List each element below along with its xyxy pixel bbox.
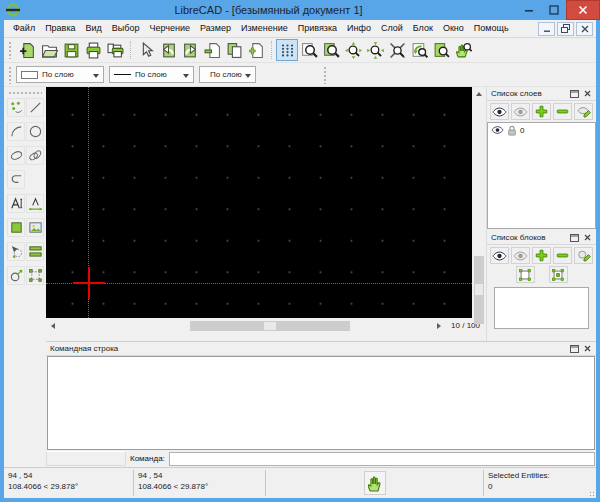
- pen-color-combo[interactable]: По слою: [16, 66, 104, 83]
- drawing-canvas[interactable]: [46, 87, 472, 318]
- image-tool-button[interactable]: [26, 218, 44, 237]
- dimension-tool-button[interactable]: [26, 194, 44, 213]
- menu-edit[interactable]: Правка: [40, 20, 80, 37]
- show-all-blocks-button[interactable]: [490, 247, 509, 264]
- toolbar-drag-handle[interactable]: [323, 66, 328, 84]
- toolbar-drag-handle[interactable]: [8, 66, 13, 84]
- zoom-in-button[interactable]: [342, 39, 364, 61]
- hide-all-layers-button[interactable]: [511, 103, 530, 120]
- resize-grip[interactable]: [588, 468, 596, 498]
- explode-tool-button[interactable]: [26, 266, 44, 285]
- spline-tool-button[interactable]: [26, 146, 44, 165]
- menu-draw[interactable]: Черчение: [144, 20, 195, 37]
- new-document-button[interactable]: [16, 39, 38, 61]
- vertical-scroll-thumb[interactable]: [474, 256, 484, 324]
- toolbar-drag-handle[interactable]: [8, 41, 13, 59]
- menu-dimension[interactable]: Размер: [195, 20, 236, 37]
- window-minimize-button[interactable]: [516, 0, 541, 20]
- cut-button[interactable]: [201, 39, 223, 61]
- remove-layer-button[interactable]: [553, 103, 572, 120]
- points-tool-button[interactable]: [7, 98, 25, 117]
- pen-linetype-combo[interactable]: По слою: [199, 66, 256, 83]
- block-list[interactable]: [494, 287, 589, 329]
- polyline-tool-button[interactable]: [7, 170, 25, 189]
- menu-help[interactable]: Помощь: [469, 20, 514, 37]
- horizontal-scroll-track[interactable]: [60, 319, 432, 333]
- titlebar[interactable]: LibreCAD - [безымянный документ 1]: [0, 0, 600, 20]
- command-dock-float-button[interactable]: [568, 343, 581, 354]
- zoom-pan-button[interactable]: [452, 39, 474, 61]
- menu-snap[interactable]: Привязка: [293, 20, 342, 37]
- zoom-page-button[interactable]: [430, 39, 452, 61]
- mdi-minimize-button[interactable]: [538, 22, 555, 36]
- edit-layer-button[interactable]: [574, 103, 593, 120]
- zoom-previous-button[interactable]: [408, 39, 430, 61]
- menu-select[interactable]: Выбор: [107, 20, 145, 37]
- line-tool-button[interactable]: [26, 98, 44, 117]
- command-dock-close-button[interactable]: [581, 343, 594, 354]
- menu-window[interactable]: Окно: [438, 20, 469, 37]
- undo-button[interactable]: [157, 39, 179, 61]
- redo-icon: [182, 42, 199, 59]
- layer-panel-close-button[interactable]: [581, 88, 594, 99]
- menu-info[interactable]: Инфо: [342, 20, 376, 37]
- block-panel-float-button[interactable]: [568, 232, 581, 243]
- snap-grab-button[interactable]: [364, 471, 386, 495]
- layer-row[interactable]: 0: [488, 123, 595, 137]
- hide-all-blocks-button[interactable]: [511, 247, 530, 264]
- horizontal-scrollbar[interactable]: [46, 319, 446, 333]
- selection-pointer-button[interactable]: [135, 39, 157, 61]
- menu-layer[interactable]: Слой: [376, 20, 408, 37]
- pen-width-combo[interactable]: По слою: [109, 66, 194, 83]
- points-icon: [9, 100, 24, 115]
- hatch-tool-button[interactable]: [7, 218, 25, 237]
- zoom-auto-button[interactable]: [386, 39, 408, 61]
- menu-view[interactable]: Вид: [81, 20, 107, 37]
- menu-file[interactable]: Файл: [8, 20, 40, 37]
- circle-tool-button[interactable]: [26, 122, 44, 141]
- mdi-restore-button[interactable]: [557, 22, 574, 36]
- scroll-up-button[interactable]: [472, 87, 486, 101]
- toolbar-drag-handle[interactable]: [8, 91, 42, 95]
- vertical-scroll-track[interactable]: [472, 101, 486, 304]
- show-all-layers-button[interactable]: [490, 103, 509, 120]
- save-document-button[interactable]: [60, 39, 82, 61]
- mdi-close-button[interactable]: [576, 22, 593, 36]
- menu-block[interactable]: Блок: [408, 20, 438, 37]
- command-history[interactable]: [47, 356, 595, 450]
- create-block-button[interactable]: [516, 266, 535, 283]
- select-tool-button[interactable]: [7, 242, 25, 261]
- window-close-button[interactable]: [566, 0, 600, 20]
- print-button[interactable]: [82, 39, 104, 61]
- text-tool-button[interactable]: [7, 194, 25, 213]
- ellipse-tool-button[interactable]: [7, 146, 25, 165]
- scroll-right-button[interactable]: [432, 319, 446, 333]
- vertical-scrollbar[interactable]: [472, 87, 486, 318]
- redo-button[interactable]: [179, 39, 201, 61]
- minus-icon: [556, 105, 569, 118]
- copy-button[interactable]: [223, 39, 245, 61]
- insert-block-button[interactable]: [549, 266, 568, 283]
- menu-modify[interactable]: Изменение: [236, 20, 293, 37]
- print-preview-button[interactable]: [104, 39, 126, 61]
- zoom-out-button[interactable]: [364, 39, 386, 61]
- add-block-button[interactable]: [532, 247, 551, 264]
- layer-panel-float-button[interactable]: [568, 88, 581, 99]
- zoom-window-button[interactable]: [298, 39, 320, 61]
- order-tool-button[interactable]: [26, 242, 44, 261]
- open-document-button[interactable]: [38, 39, 60, 61]
- command-input[interactable]: [169, 452, 595, 466]
- grid-toggle-button[interactable]: [276, 39, 298, 61]
- horizontal-scroll-thumb[interactable]: [190, 321, 350, 331]
- paste-button[interactable]: [245, 39, 267, 61]
- remove-block-button[interactable]: [553, 247, 572, 264]
- scroll-left-button[interactable]: [46, 319, 60, 333]
- add-layer-button[interactable]: [532, 103, 551, 120]
- window-maximize-button[interactable]: [541, 0, 566, 20]
- layer-list[interactable]: 0: [487, 122, 596, 229]
- edit-block-button[interactable]: [574, 247, 593, 264]
- zoom-in-window-button[interactable]: [320, 39, 342, 61]
- block-panel-close-button[interactable]: [581, 232, 594, 243]
- arc-tool-button[interactable]: [7, 122, 25, 141]
- attributes-tool-button[interactable]: [7, 266, 25, 285]
